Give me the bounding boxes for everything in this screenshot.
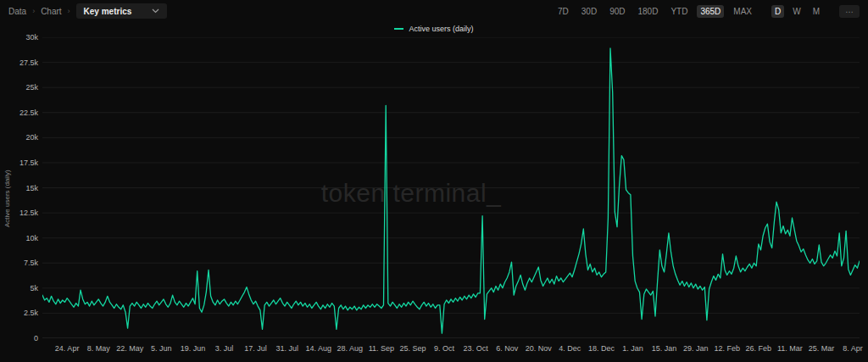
- granularity-button-m[interactable]: M: [810, 5, 823, 18]
- range-button-180d[interactable]: 180D: [634, 5, 661, 18]
- range-button-90d[interactable]: 90D: [606, 5, 628, 18]
- chart-plot-area[interactable]: [42, 37, 860, 338]
- y-tick-label: 25k: [0, 83, 38, 92]
- legend-line-swatch: [394, 28, 403, 30]
- y-tick-label: 22.5k: [0, 109, 38, 117]
- x-tick-label: 1. Jan: [622, 344, 643, 353]
- breadcrumb-separator: ›: [68, 7, 70, 15]
- x-tick-label: 8. Apr: [843, 344, 863, 353]
- active-users-line-chart: [42, 37, 860, 338]
- y-tick-label: 15k: [0, 184, 38, 192]
- x-tick-label: 18. Dec: [588, 344, 615, 353]
- x-tick-label: 8. May: [87, 344, 110, 353]
- breadcrumb-item-chart[interactable]: Chart: [41, 7, 61, 16]
- granularity-button-w[interactable]: W: [789, 5, 804, 18]
- x-tick-label: 6. Nov: [496, 344, 518, 353]
- breadcrumb-item-data[interactable]: Data: [8, 7, 26, 16]
- x-tick-label: 12. Feb: [714, 344, 740, 353]
- x-tick-label: 31. Jul: [275, 344, 298, 353]
- y-tick-label: 7.5k: [0, 259, 38, 267]
- y-tick-label: 27.5k: [0, 58, 38, 67]
- breadcrumb-separator: ›: [32, 7, 35, 15]
- x-tick-label: 22. May: [116, 344, 143, 353]
- y-tick-label: 17.5k: [0, 159, 38, 167]
- range-button-365d[interactable]: 365D: [697, 5, 724, 18]
- x-tick-label: 23. Oct: [464, 344, 488, 353]
- y-axis: 02.5k5k7.5k10k12.5k15k17.5k20k22.5k25k27…: [0, 37, 38, 338]
- y-tick-label: 0: [0, 334, 38, 343]
- y-tick-label: 30k: [0, 33, 38, 42]
- y-tick-label: 5k: [0, 284, 38, 292]
- more-options-button[interactable]: …: [839, 5, 860, 18]
- breadcrumb: Data › Chart › Key metrics: [8, 3, 167, 19]
- metric-selector-label: Key metrics: [84, 7, 132, 16]
- y-tick-label: 12.5k: [0, 209, 38, 217]
- granularity-button-d[interactable]: D: [771, 5, 784, 18]
- x-tick-label: 24. Apr: [55, 344, 80, 353]
- y-tick-label: 20k: [0, 133, 38, 142]
- x-tick-label: 19. Jun: [181, 344, 206, 353]
- x-tick-label: 20. Nov: [526, 344, 552, 353]
- x-tick-label: 17. Jul: [244, 344, 267, 353]
- x-tick-label: 25. Sep: [399, 344, 426, 353]
- time-range-toolbar: 7D30D90D180DYTD365DMAX DWM …: [554, 5, 860, 18]
- x-axis: 24. Apr8. May22. May5. Jun19. Jun3. Jul1…: [42, 344, 860, 356]
- range-button-7d[interactable]: 7D: [554, 5, 572, 18]
- x-tick-label: 4. Dec: [559, 344, 581, 353]
- range-button-max[interactable]: MAX: [730, 5, 755, 18]
- x-tick-label: 3. Jul: [215, 344, 234, 353]
- x-tick-label: 28. Aug: [337, 344, 364, 353]
- x-tick-label: 25. Mar: [809, 344, 835, 353]
- x-tick-label: 5. Jun: [151, 344, 172, 353]
- x-tick-label: 11. Mar: [777, 344, 803, 353]
- top-toolbar: Data › Chart › Key metrics 7D30D90D180DY…: [0, 0, 868, 22]
- y-tick-label: 10k: [0, 234, 38, 242]
- granularity-button-group: DWM: [771, 5, 823, 18]
- x-tick-label: 26. Feb: [746, 344, 772, 353]
- active-users-series-line: [42, 48, 860, 333]
- range-button-group: 7D30D90D180DYTD365DMAX: [554, 5, 755, 18]
- metric-selector-dropdown[interactable]: Key metrics: [76, 3, 168, 19]
- x-tick-label: 15. Jan: [652, 344, 677, 353]
- chart-legend: Active users (daily): [0, 23, 868, 35]
- x-tick-label: 14. Aug: [305, 344, 331, 353]
- x-tick-label: 9. Oct: [434, 344, 454, 353]
- range-button-ytd[interactable]: YTD: [667, 5, 691, 18]
- chevron-down-icon: [152, 8, 159, 14]
- y-tick-label: 2.5k: [0, 309, 38, 317]
- x-tick-label: 29. Jan: [683, 344, 709, 353]
- x-tick-label: 11. Sep: [369, 344, 394, 353]
- legend-label[interactable]: Active users (daily): [409, 25, 473, 33]
- range-button-30d[interactable]: 30D: [578, 5, 600, 18]
